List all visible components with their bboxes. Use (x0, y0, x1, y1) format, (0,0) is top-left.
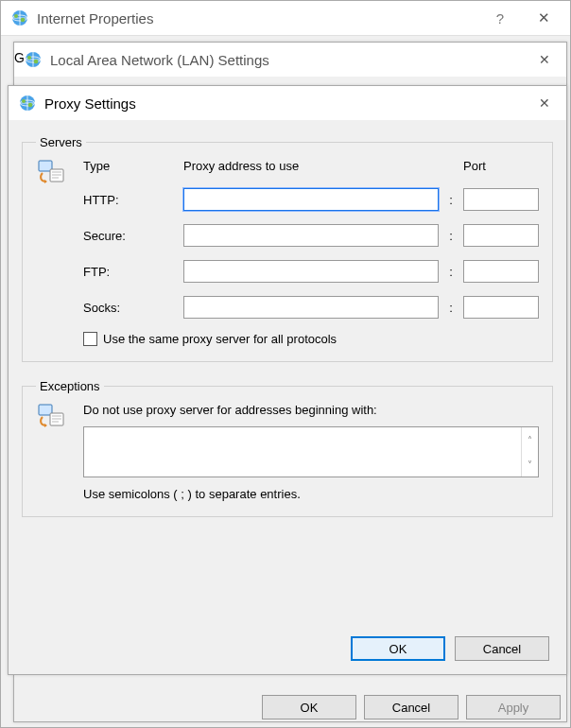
secure-address-input[interactable] (183, 224, 439, 247)
exceptions-legend: Exceptions (36, 379, 104, 393)
ip-title: Internet Properties (37, 10, 479, 26)
exceptions-group: Exceptions Do not use proxy server for a… (22, 379, 553, 517)
colon: : (444, 265, 458, 279)
servers-legend: Servers (36, 135, 86, 149)
svg-point-6 (27, 56, 31, 60)
svg-point-11 (28, 103, 33, 108)
exceptions-label: Do not use proxy server for addresses be… (83, 403, 539, 417)
socks-address-input[interactable] (183, 296, 439, 319)
col-address: Proxy address to use (183, 159, 439, 173)
svg-point-7 (34, 60, 39, 64)
colon: : (444, 229, 458, 243)
exceptions-hint: Use semicolons ( ; ) to separate entries… (83, 487, 539, 501)
col-port: Port (463, 159, 539, 173)
http-port-input[interactable] (463, 188, 539, 211)
col-type: Type (83, 159, 178, 173)
help-button[interactable]: ? (479, 5, 521, 31)
socks-label: Socks: (83, 301, 178, 315)
globe-icon (10, 9, 29, 27)
servers-group: Servers Type Proxy address to use (22, 135, 553, 362)
ftp-row: FTP: : (83, 260, 539, 283)
http-label: HTTP: (83, 193, 178, 207)
ok-button[interactable]: OK (351, 636, 445, 661)
chevron-down-icon[interactable]: ˅ (522, 452, 538, 477)
proxy-title: Proxy Settings (44, 95, 528, 112)
globe-icon (24, 50, 43, 69)
colon: : (444, 301, 458, 315)
close-icon[interactable]: ✕ (528, 90, 561, 116)
exceptions-scroll[interactable]: ˄ ˅ (521, 427, 538, 477)
secure-label: Secure: (83, 229, 178, 243)
secure-row: Secure: : (83, 224, 539, 247)
http-address-input[interactable] (183, 188, 439, 211)
ip-tab-hint: G (14, 50, 25, 65)
exceptions-input[interactable]: ˄ ˅ (83, 426, 539, 477)
socks-row: Socks: : (83, 296, 539, 319)
ftp-address-input[interactable] (183, 260, 439, 283)
ip-button-bar: OK Cancel Apply (262, 695, 561, 719)
close-icon[interactable]: ✕ (523, 5, 564, 31)
proxy-content: Servers Type Proxy address to use (9, 120, 566, 674)
globe-icon (18, 94, 37, 113)
exceptions-icon (36, 403, 66, 433)
chevron-up-icon[interactable]: ˄ (522, 427, 538, 452)
socks-port-input[interactable] (463, 296, 539, 319)
ip-apply-button[interactable]: Apply (466, 695, 561, 719)
svg-point-3 (21, 18, 26, 23)
ftp-port-input[interactable] (463, 260, 539, 283)
cancel-button[interactable]: Cancel (455, 636, 549, 661)
svg-point-2 (14, 14, 18, 18)
lan-title: Local Area Network (LAN) Settings (50, 52, 528, 68)
lan-titlebar: Local Area Network (LAN) Settings ✕ (14, 43, 566, 77)
ip-ok-button[interactable]: OK (262, 695, 356, 719)
same-proxy-row[interactable]: Use the same proxy server for all protoc… (83, 332, 539, 346)
same-proxy-label: Use the same proxy server for all protoc… (103, 332, 337, 346)
close-icon[interactable]: ✕ (528, 46, 561, 73)
same-proxy-checkbox[interactable] (83, 332, 97, 346)
http-row: HTTP: : (83, 188, 539, 211)
ip-cancel-button[interactable]: Cancel (364, 695, 459, 719)
proxy-titlebar: Proxy Settings ✕ (9, 86, 566, 120)
proxy-settings-window: Proxy Settings ✕ Servers (8, 85, 567, 675)
proxy-button-bar: OK Cancel (351, 636, 549, 661)
secure-port-input[interactable] (463, 224, 539, 247)
svg-point-10 (22, 99, 26, 103)
ip-titlebar: Internet Properties ? ✕ (1, 1, 570, 35)
colon: : (444, 193, 458, 207)
servers-icon (36, 159, 66, 189)
ftp-label: FTP: (83, 265, 178, 279)
